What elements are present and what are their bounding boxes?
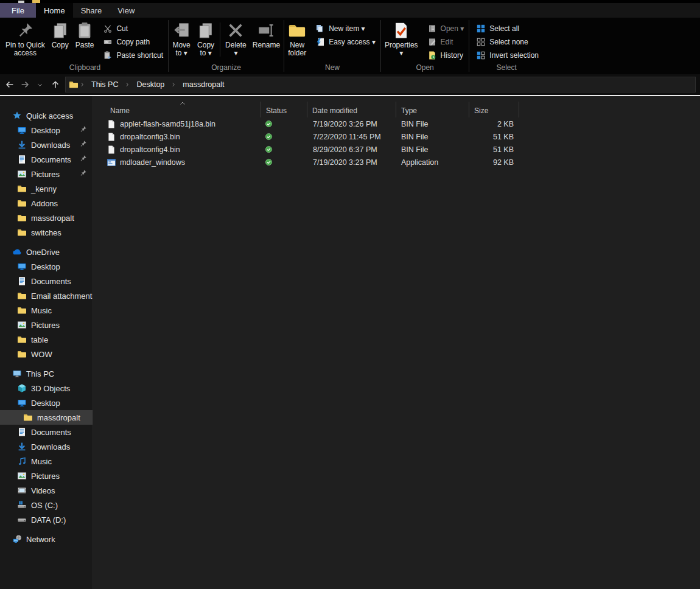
new-folder-button[interactable]: Newfolder xyxy=(285,19,309,57)
date-modified-cell: 7/19/2020 3:26 PM xyxy=(307,120,396,128)
open-button[interactable]: Open ▾ xyxy=(423,22,469,35)
history-button[interactable]: History xyxy=(423,49,469,62)
copy-button[interactable]: Copy xyxy=(48,19,72,49)
sidebar-item-massdropalt[interactable]: massdropalt xyxy=(0,410,93,425)
sidebar-item-desktop[interactable]: Desktop xyxy=(0,396,93,410)
ribbon-inner-separator xyxy=(220,23,220,57)
sidebar-item-massdropalt[interactable]: massdropalt xyxy=(0,211,93,225)
sidebar-item-documents[interactable]: Documents xyxy=(0,425,93,439)
sidebar-item-desktop[interactable]: Desktop xyxy=(0,123,93,138)
size-cell: 51 KB xyxy=(469,133,519,141)
sidebar-item-videos[interactable]: Videos xyxy=(0,483,93,498)
breadcrumb-segment-desktop[interactable]: Desktop xyxy=(131,77,170,92)
film-strip-icon xyxy=(17,486,27,495)
ribbon-small-button-column: CutCopy pathPaste shortcut xyxy=(99,19,167,62)
column-header-name[interactable]: Name xyxy=(105,102,261,117)
sidebar-item-music[interactable]: Music xyxy=(0,303,93,318)
sidebar-item-pictures[interactable]: Pictures xyxy=(0,167,93,181)
file-name: dropaltconfig3.bin xyxy=(120,133,180,141)
sidebar-item-email-attachments[interactable]: Email attachments xyxy=(0,288,93,303)
sidebar-item-wow[interactable]: WOW xyxy=(0,347,93,361)
column-header-date-modified[interactable]: Date modified xyxy=(307,102,396,117)
back-button[interactable] xyxy=(2,77,17,92)
breadcrumb-segment-massdropalt[interactable]: massdropalt xyxy=(177,77,229,92)
ribbon-group-open: Properties▾Open ▾EditHistoryOpen xyxy=(382,18,468,74)
sidebar-section-network[interactable]: Network xyxy=(0,532,93,546)
copy-path-button[interactable]: Copy path xyxy=(99,35,167,49)
sidebar-item-pictures[interactable]: Pictures xyxy=(0,318,93,332)
ribbon-group-organize: Moveto ▾Copyto ▾Delete▾RenameOrganize xyxy=(169,18,283,74)
application-icon xyxy=(107,158,116,167)
ribbon-group-new: NewfolderNew item ▾Easy access ▾New xyxy=(285,18,380,74)
sidebar-item-table[interactable]: table xyxy=(0,332,93,347)
sidebar-item-addons[interactable]: Addons xyxy=(0,196,93,211)
delete-button[interactable]: Delete▾ xyxy=(222,19,250,57)
paste-shortcut-button[interactable]: Paste shortcut xyxy=(99,49,167,62)
address-bar[interactable]: This PCDesktopmassdropalt xyxy=(65,77,696,92)
file-row-dropaltconfig3-bin[interactable]: dropaltconfig3.bin 7/22/2020 11:45 PM BI… xyxy=(105,130,700,143)
computer-monitor-icon xyxy=(12,369,22,378)
new-item-icon xyxy=(315,24,325,33)
sidebar-item-pictures[interactable]: Pictures xyxy=(0,469,93,483)
new-item-button[interactable]: New item ▾ xyxy=(311,22,380,35)
up-button[interactable] xyxy=(47,77,63,92)
sidebar-item-3d-objects[interactable]: 3D Objects xyxy=(0,381,93,396)
file-row-applet-flash-samd51j18a-bin[interactable]: applet-flash-samd51j18a.bin 7/19/2020 3:… xyxy=(105,117,700,130)
ribbon-tab-strip: File Home Share View xyxy=(0,3,700,18)
sidebar-item-music[interactable]: Music xyxy=(0,454,93,469)
invert-selection-button[interactable]: Invert selection xyxy=(472,49,543,62)
sidebar-item-downloads[interactable]: Downloads xyxy=(0,138,93,152)
ribbon-group-separator xyxy=(469,20,469,72)
sidebar-item-desktop[interactable]: Desktop xyxy=(0,259,93,274)
sidebar-item-data-d[interactable]: DATA (D:) xyxy=(0,512,93,527)
column-header-status[interactable]: Status xyxy=(261,102,307,117)
easy-access-button[interactable]: Easy access ▾ xyxy=(311,35,380,49)
forward-button[interactable] xyxy=(17,77,32,92)
rename-button[interactable]: Rename xyxy=(250,19,283,49)
sidebar-item-downloads[interactable]: Downloads xyxy=(0,439,93,454)
sidebar-section-this-pc[interactable]: This PC xyxy=(0,366,93,381)
tab-file[interactable]: File xyxy=(0,3,36,18)
properties-check-icon xyxy=(392,21,410,40)
select-all-button[interactable]: Select all xyxy=(472,22,543,35)
pin-small-icon[interactable] xyxy=(79,125,87,133)
sidebar-section-quick-access[interactable]: Quick access xyxy=(0,108,93,123)
column-header-size[interactable]: Size xyxy=(469,102,519,117)
pin-small-icon[interactable] xyxy=(79,169,87,177)
cut-button[interactable]: Cut xyxy=(99,22,167,35)
tab-view[interactable]: View xyxy=(110,3,142,18)
ribbon-group-label-new: New xyxy=(285,63,380,74)
pin-to-quick-access-button[interactable]: Pin to Quickaccess xyxy=(2,19,48,57)
pin-small-icon[interactable] xyxy=(79,155,87,162)
properties-button[interactable]: Properties▾ xyxy=(382,19,421,57)
forward-arrow-icon xyxy=(20,80,30,89)
file-row-mdloader-windows[interactable]: mdloader_windows 7/19/2020 3:23 PM Appli… xyxy=(105,156,700,169)
sidebar-item-documents[interactable]: Documents xyxy=(0,152,93,167)
paste-button[interactable]: Paste xyxy=(72,19,97,49)
recent-locations-button[interactable] xyxy=(32,77,47,92)
breadcrumb-segment-this-pc[interactable]: This PC xyxy=(86,77,124,92)
sidebar-item-os-c[interactable]: OS (C:) xyxy=(0,498,93,512)
column-header-type[interactable]: Type xyxy=(396,102,469,117)
file-row-dropaltconfig4-bin[interactable]: dropaltconfig4.bin 8/29/2020 6:37 PM BIN… xyxy=(105,143,700,156)
file-list-pane: NameStatusDate modifiedTypeSize applet-f… xyxy=(93,96,700,589)
edit-button[interactable]: Edit xyxy=(423,35,469,49)
sidebar-section-onedrive[interactable]: OneDrive xyxy=(0,245,93,259)
move-to-button[interactable]: Moveto ▾ xyxy=(169,19,194,57)
pin-small-icon[interactable] xyxy=(79,140,87,148)
sidebar-label: Videos xyxy=(31,486,55,495)
tab-home[interactable]: Home xyxy=(36,3,73,18)
sidebar-item-kenny[interactable]: _kenny xyxy=(0,181,93,196)
easy-access-icon xyxy=(315,37,325,47)
sidebar-item-switches[interactable]: switches xyxy=(0,225,93,240)
button-label: Cut xyxy=(116,24,128,33)
sidebar-item-documents[interactable]: Documents xyxy=(0,274,93,288)
quick-access-toolbar-fragment xyxy=(18,1,24,3)
select-none-button[interactable]: Select none xyxy=(472,35,543,49)
sync-check-icon xyxy=(265,133,273,141)
history-clock-icon xyxy=(427,51,437,60)
ribbon-group-separator xyxy=(284,20,284,72)
tab-share[interactable]: Share xyxy=(73,3,110,18)
copy-to-button[interactable]: Copyto ▾ xyxy=(194,19,218,57)
ribbon-small-button-column: Select allSelect noneInvert selection xyxy=(472,19,543,62)
